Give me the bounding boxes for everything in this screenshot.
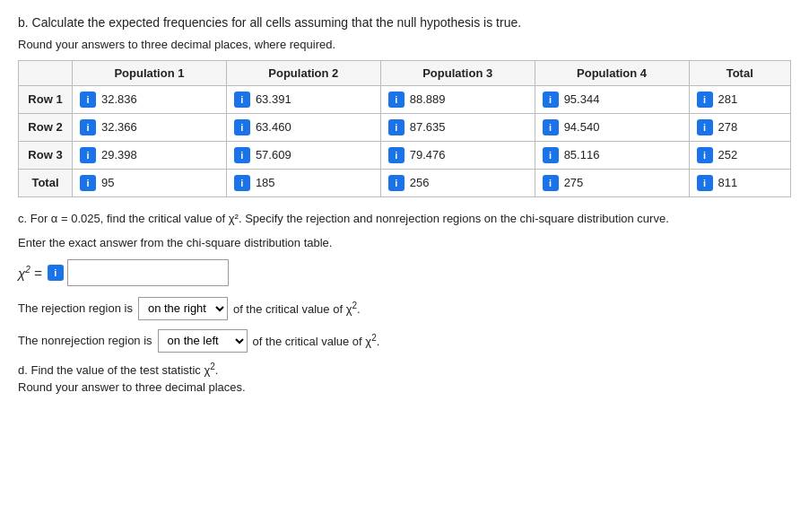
cell-info-icon-r0-c3[interactable]: i <box>543 92 559 108</box>
cell-value-r3-c3: 275 <box>564 176 584 189</box>
cell-value-r1-c0: 32.366 <box>101 120 137 134</box>
part-d-title: d. Find the value of the test statistic … <box>18 362 791 377</box>
cell-value-r1-c1: 63.460 <box>256 120 291 134</box>
rejection-dropdown[interactable]: on the righton the left <box>138 297 228 320</box>
part-d-section: d. Find the value of the test statistic … <box>18 362 791 394</box>
cell-value-r0-c1: 63.391 <box>256 92 291 106</box>
cell-info-icon-r3-c4[interactable]: i <box>697 175 713 191</box>
cell-value-r2-c2: 79.476 <box>410 148 446 161</box>
part-d-round-note: Round your answer to three decimal place… <box>18 380 791 394</box>
table-cell-r2-c4: i252 <box>689 141 791 169</box>
row-label-3: Total <box>19 169 73 196</box>
round-note: Round your answers to three decimal plac… <box>18 38 791 51</box>
col-header-pop4: Population 4 <box>535 60 689 85</box>
table-cell-r0-c2: i88.889 <box>380 85 535 113</box>
row-label-2: Row 3 <box>19 141 73 169</box>
cell-info-icon-r3-c3[interactable]: i <box>543 175 559 191</box>
cell-value-r0-c2: 88.889 <box>410 92 446 106</box>
nonrejection-row: The nonrejection region is on the lefton… <box>18 329 791 353</box>
cell-info-icon-r1-c0[interactable]: i <box>80 119 96 135</box>
cell-value-r0-c4: 281 <box>718 92 738 106</box>
cell-value-r2-c0: 29.398 <box>101 148 137 161</box>
part-c-description: c. For α = 0.025, find the critical valu… <box>18 210 791 228</box>
table-cell-r0-c3: i95.344 <box>535 85 689 113</box>
rejection-row: The rejection region is on the righton t… <box>18 297 791 320</box>
table-cell-r2-c3: i85.116 <box>535 141 689 169</box>
cell-info-icon-r0-c2[interactable]: i <box>388 92 404 108</box>
table-cell-r3-c1: i185 <box>226 169 380 196</box>
row-label-1: Row 2 <box>19 113 73 141</box>
cell-info-icon-r1-c3[interactable]: i <box>543 119 559 135</box>
cell-info-icon-r1-c1[interactable]: i <box>234 119 250 135</box>
table-cell-r1-c4: i278 <box>689 113 791 141</box>
cell-value-r0-c0: 32.836 <box>101 92 137 106</box>
table-cell-r2-c2: i79.476 <box>380 141 535 169</box>
table-cell-r3-c0: i95 <box>73 169 227 196</box>
col-header-pop3: Population 3 <box>380 60 535 85</box>
cell-value-r0-c3: 95.344 <box>564 92 600 106</box>
col-header-pop2: Population 2 <box>226 60 380 85</box>
rejection-prefix-text: The rejection region is <box>18 301 133 315</box>
cell-value-r2-c1: 57.609 <box>256 148 291 161</box>
col-header-empty <box>19 60 73 85</box>
cell-info-icon-r0-c1[interactable]: i <box>234 92 250 108</box>
chi-input-wrap: i <box>48 259 229 286</box>
cell-value-r2-c3: 85.116 <box>564 148 600 161</box>
chi-info-icon[interactable]: i <box>48 265 64 281</box>
cell-info-icon-r0-c0[interactable]: i <box>80 92 96 108</box>
part-c-section: c. For α = 0.025, find the critical valu… <box>18 210 791 353</box>
col-header-total: Total <box>689 60 791 85</box>
cell-info-icon-r3-c1[interactable]: i <box>234 175 250 191</box>
cell-info-icon-r2-c0[interactable]: i <box>80 147 96 163</box>
cell-info-icon-r2-c3[interactable]: i <box>543 147 559 163</box>
nonrejection-dropdown[interactable]: on the lefton the right <box>158 329 248 353</box>
table-cell-r3-c3: i275 <box>535 169 689 196</box>
table-cell-r1-c1: i63.460 <box>226 113 380 141</box>
table-cell-r0-c0: i32.836 <box>73 85 227 113</box>
row-label-0: Row 1 <box>19 85 73 113</box>
cell-info-icon-r1-c2[interactable]: i <box>388 119 404 135</box>
enter-note: Enter the exact answer from the chi-squa… <box>18 234 791 252</box>
cell-value-r3-c2: 256 <box>410 176 430 189</box>
cell-info-icon-r2-c2[interactable]: i <box>388 147 404 163</box>
cell-value-r1-c4: 278 <box>718 120 738 134</box>
table-cell-r2-c0: i29.398 <box>73 141 227 169</box>
cell-info-icon-r1-c4[interactable]: i <box>697 119 713 135</box>
cell-value-r2-c4: 252 <box>718 148 738 161</box>
cell-info-icon-r3-c0[interactable]: i <box>80 175 96 191</box>
cell-info-icon-r0-c4[interactable]: i <box>697 92 713 108</box>
cell-value-r1-c2: 87.635 <box>410 120 446 134</box>
cell-value-r3-c1: 185 <box>256 176 275 189</box>
cell-info-icon-r2-c1[interactable]: i <box>234 147 250 163</box>
cell-value-r3-c0: 95 <box>101 176 114 189</box>
nonrejection-suffix-text: of the critical value of χ2. <box>253 333 380 348</box>
table-cell-r1-c0: i32.366 <box>73 113 227 141</box>
nonrejection-prefix-text: The nonrejection region is <box>18 334 152 347</box>
table-cell-r1-c2: i87.635 <box>380 113 535 141</box>
table-cell-r1-c3: i94.540 <box>535 113 689 141</box>
chi-value-input[interactable] <box>67 259 229 286</box>
rejection-suffix-text: of the critical value of χ2. <box>233 301 361 316</box>
frequency-table: Population 1 Population 2 Population 3 P… <box>18 60 791 197</box>
chi-label: χ2 = <box>18 265 42 281</box>
table-cell-r3-c2: i256 <box>380 169 535 196</box>
cell-info-icon-r2-c4[interactable]: i <box>697 147 713 163</box>
part-b-title: b. Calculate the expected frequencies fo… <box>18 14 791 32</box>
table-cell-r3-c4: i811 <box>689 169 791 196</box>
cell-value-r3-c4: 811 <box>718 176 738 189</box>
table-cell-r0-c1: i63.391 <box>226 85 380 113</box>
cell-value-r1-c3: 94.540 <box>564 120 600 134</box>
cell-info-icon-r3-c2[interactable]: i <box>388 175 404 191</box>
table-cell-r0-c4: i281 <box>689 85 791 113</box>
chi-square-row: χ2 = i <box>18 259 791 286</box>
table-cell-r2-c1: i57.609 <box>226 141 380 169</box>
col-header-pop1: Population 1 <box>73 60 227 85</box>
